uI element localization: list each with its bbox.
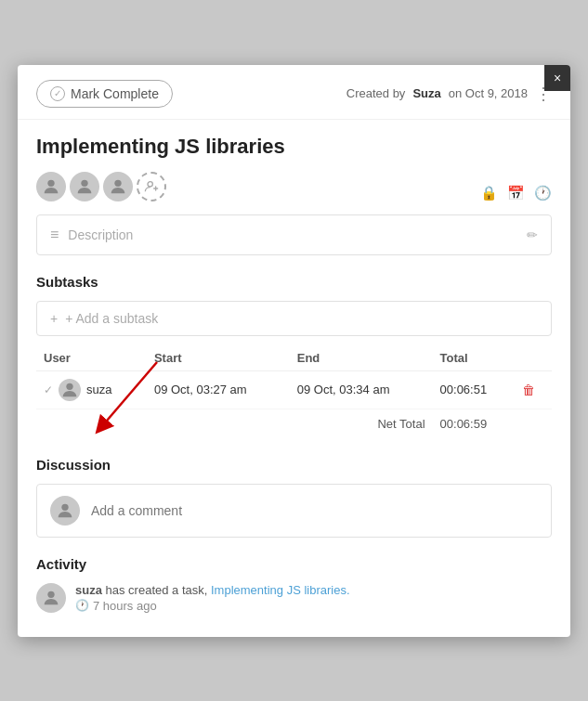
col-start: Start — [147, 345, 290, 371]
net-total-row: Net Total 00:06:59 — [36, 409, 552, 438]
check-circle-icon: ✓ — [50, 86, 65, 101]
activity-action: has created a task, — [106, 583, 208, 597]
task-title: Implementing JS libraries — [36, 135, 552, 159]
add-subtask-button[interactable]: + + Add a subtask — [36, 301, 552, 336]
mark-complete-button[interactable]: ✓ Mark Complete — [36, 80, 173, 108]
subtask-user-name: suza — [86, 383, 111, 396]
comment-box — [36, 484, 552, 538]
description-placeholder: Description — [68, 227, 133, 242]
comment-avatar — [50, 496, 80, 526]
svg-point-6 — [47, 591, 54, 597]
activity-section: Activity suza has created a task, Implem… — [36, 556, 552, 613]
svg-point-2 — [114, 179, 121, 186]
subtask-start: 09 Oct, 03:27 am — [147, 370, 290, 409]
activity-time-label: 7 hours ago — [93, 599, 157, 613]
discussion-section: Discussion — [36, 457, 552, 538]
svg-point-3 — [148, 181, 152, 186]
col-actions — [515, 345, 552, 371]
subtask-row: ✓ suza 09 Oct, 03:27 am 09 Oct, 03:34 am… — [36, 370, 552, 409]
comment-input[interactable] — [91, 503, 538, 518]
discussion-title: Discussion — [36, 457, 552, 473]
description-left: ≡ Description — [50, 227, 133, 243]
avatar-2 — [70, 172, 99, 201]
subtask-user-cell: ✓ suza — [36, 370, 147, 409]
col-end: End — [290, 345, 433, 371]
clock-small-icon: 🕐 — [75, 599, 89, 612]
task-icons: 🔒 📅 🕐 — [480, 185, 552, 201]
calendar-icon: 📅 — [507, 185, 525, 201]
col-user: User — [36, 345, 147, 371]
modal-header: ✓ Mark Complete Created by Suza on Oct 9… — [18, 65, 570, 120]
svg-point-0 — [47, 179, 54, 186]
author-name: Suza — [412, 86, 440, 100]
subtasks-title: Subtasks — [36, 274, 552, 290]
net-total-label: Net Total — [36, 409, 433, 438]
close-button[interactable]: × — [544, 65, 570, 91]
add-member-button[interactable] — [137, 172, 166, 201]
activity-item: suza has created a task, Implementing JS… — [36, 583, 552, 613]
row-check-icon: ✓ — [44, 383, 53, 396]
subtask-total: 00:06:51 — [433, 370, 516, 409]
created-on-date: on Oct 9, 2018 — [449, 86, 528, 100]
subtask-end: 09 Oct, 03:34 am — [290, 370, 433, 409]
description-box[interactable]: ≡ Description ✏ — [36, 214, 552, 255]
avatars-row — [36, 172, 166, 201]
row-avatar — [59, 379, 81, 401]
subtask-table: User Start End Total ✓ — [36, 345, 552, 438]
add-subtask-label: + Add a subtask — [65, 311, 158, 326]
activity-time: 🕐 7 hours ago — [75, 599, 350, 613]
avatar-3 — [103, 172, 133, 201]
activity-content: suza has created a task, Implementing JS… — [75, 583, 350, 613]
subtask-delete[interactable]: 🗑 — [515, 370, 552, 409]
task-meta-row: 🔒 📅 🕐 — [36, 172, 552, 214]
svg-point-5 — [61, 503, 68, 510]
col-total: Total — [433, 345, 516, 371]
modal-body: Implementing JS libraries — [18, 120, 570, 637]
activity-avatar — [36, 583, 66, 613]
activity-task-link[interactable]: Implementing JS libraries. — [211, 583, 350, 597]
clock-icon: 🕐 — [534, 185, 552, 201]
net-total-value: 00:06:59 — [433, 409, 516, 438]
header-meta: Created by Suza on Oct 9, 2018 ⋮ — [346, 85, 552, 102]
avatar-1 — [36, 172, 66, 201]
description-lines-icon: ≡ — [50, 227, 59, 243]
activity-title: Activity — [36, 556, 552, 572]
task-modal: × ✓ Mark Complete Created by Suza on Oct… — [18, 65, 570, 637]
created-by-label: Created by — [346, 86, 406, 100]
delete-icon[interactable]: 🗑 — [522, 383, 535, 397]
lock-icon: 🔒 — [480, 185, 498, 201]
activity-user: suza — [75, 583, 102, 597]
add-icon: + — [50, 311, 58, 326]
subtasks-section: Subtasks + + Add a subtask User Start En… — [36, 274, 552, 438]
modal-overlay: × ✓ Mark Complete Created by Suza on Oct… — [0, 0, 588, 701]
svg-point-4 — [66, 383, 72, 389]
svg-point-1 — [81, 179, 87, 186]
edit-icon[interactable]: ✏ — [527, 227, 538, 242]
